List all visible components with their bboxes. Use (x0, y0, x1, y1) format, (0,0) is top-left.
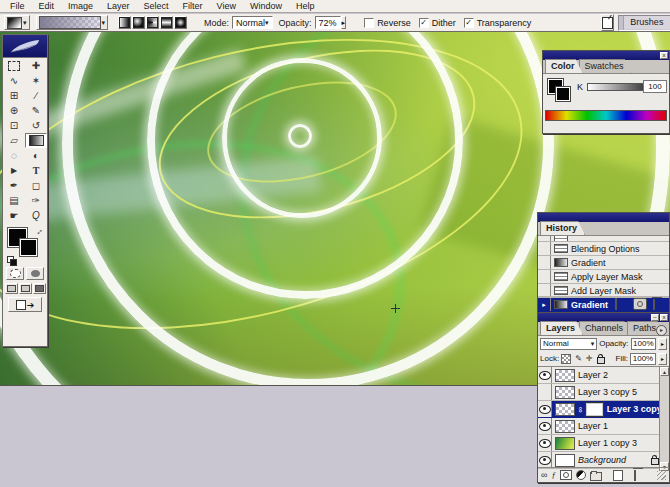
angle-gradient-button[interactable] (146, 16, 159, 29)
tool-magic-wand[interactable]: ✶ (25, 73, 47, 88)
diamond-gradient-button[interactable] (174, 16, 187, 29)
fullscreen-menubar-button[interactable] (19, 283, 32, 294)
tool-rectangular-marquee[interactable] (3, 58, 25, 73)
adobe-feather-logo[interactable] (3, 35, 47, 58)
link-mask-icon[interactable]: ∞ (576, 406, 585, 412)
gradient-picker[interactable]: ▾ (36, 15, 109, 30)
add-layer-style-button[interactable]: ƒ (551, 470, 556, 480)
menu-file[interactable]: File (4, 1, 31, 11)
visibility-toggle[interactable] (538, 367, 552, 383)
jump-to-imageready-button[interactable]: ➔ (8, 297, 42, 312)
swap-colors-icon[interactable]: ↔ (32, 224, 45, 237)
layer-thumbnail[interactable] (555, 454, 575, 467)
palette-menu-icon[interactable]: ▸ (656, 325, 667, 336)
minimize-icon[interactable]: – (651, 314, 659, 321)
tool-hand[interactable]: ☛ (3, 208, 25, 223)
lock-paint-icon[interactable]: ✎ (575, 354, 582, 363)
tool-blur[interactable]: ◌ (3, 148, 25, 163)
new-snapshot-button[interactable] (633, 298, 647, 310)
layer-row[interactable]: Layer 1 (538, 418, 669, 435)
layer-thumbnail[interactable] (555, 420, 575, 433)
scroll-up-icon[interactable]: ▲ (660, 367, 669, 376)
tab-swatches[interactable]: Swatches (579, 59, 632, 73)
history-source-column[interactable] (538, 242, 551, 255)
resize-grip[interactable] (657, 471, 666, 480)
layer-thumbnail[interactable] (555, 369, 575, 382)
menu-help[interactable]: Help (290, 1, 321, 11)
visibility-toggle[interactable] (538, 418, 552, 434)
history-item[interactable]: Blending Options (538, 242, 669, 256)
menu-filter[interactable]: Filter (177, 1, 209, 11)
lock-transparency-icon[interactable] (561, 354, 571, 364)
layer-mask-thumbnail[interactable] (586, 403, 603, 416)
layer-opacity-field[interactable]: 100% (631, 338, 657, 350)
visibility-toggle[interactable] (538, 384, 552, 400)
fill-slider-button[interactable]: ▸ (658, 353, 667, 365)
quick-mask-mode-button[interactable] (26, 267, 44, 280)
tool-move[interactable]: ✚ (25, 58, 47, 73)
layer-row[interactable]: Layer 1 copy 3 (538, 435, 669, 452)
menu-layer[interactable]: Layer (101, 1, 136, 11)
tab-layers[interactable]: Layers (540, 321, 583, 335)
tool-slice[interactable]: ∕ (25, 88, 47, 103)
new-layer-set-button[interactable] (590, 472, 602, 481)
layer-fill-field[interactable]: 100% (630, 353, 656, 365)
history-source-column[interactable] (538, 270, 551, 283)
tool-pen[interactable]: ✒ (3, 178, 25, 193)
tool-dodge[interactable]: ◐ (25, 148, 47, 163)
tool-gradient-selected[interactable] (25, 133, 47, 148)
opacity-slider-button[interactable]: ▸ (658, 338, 667, 350)
tool-brush[interactable]: ✎ (25, 103, 47, 118)
standard-mode-button[interactable] (6, 267, 24, 280)
color-spectrum-bar[interactable] (545, 110, 667, 121)
layer-row-selected[interactable]: ∞ Layer 3 copy (538, 401, 669, 418)
new-adjustment-layer-button[interactable] (576, 470, 586, 480)
history-item[interactable]: Gradient (538, 256, 669, 270)
tool-type[interactable]: T (25, 163, 47, 178)
tool-notes[interactable]: ▤ (3, 193, 25, 208)
layers-palette-titlebar[interactable]: – x (538, 313, 669, 322)
color-palette-titlebar[interactable]: x (543, 51, 669, 60)
lock-all-icon[interactable] (597, 357, 605, 364)
layer-row[interactable]: Layer 3 copy 5 (538, 384, 669, 401)
radial-gradient-button[interactable] (132, 16, 145, 29)
close-icon[interactable]: x (660, 52, 668, 59)
history-item[interactable]: Apply Layer Mask (538, 270, 669, 284)
fullscreen-button[interactable] (33, 283, 46, 294)
delete-state-button[interactable] (653, 299, 665, 309)
dither-checkbox[interactable]: ✓ Dither (419, 18, 456, 28)
new-document-from-state-button[interactable] (615, 299, 627, 309)
lock-position-icon[interactable]: ✛ (586, 354, 593, 363)
tool-clone-stamp[interactable]: ⊡ (3, 118, 25, 133)
visibility-toggle[interactable] (538, 452, 552, 468)
menu-edit[interactable]: Edit (33, 1, 61, 11)
visibility-toggle[interactable] (538, 401, 552, 417)
menu-select[interactable]: Select (138, 1, 175, 11)
toggle-brushes-palette-button[interactable] (601, 14, 614, 31)
standard-screen-button[interactable] (5, 283, 18, 294)
linear-gradient-button[interactable] (118, 16, 131, 29)
background-color-swatch[interactable] (556, 87, 570, 101)
history-palette-titlebar[interactable] (538, 213, 669, 222)
tool-zoom[interactable]: Q (25, 208, 47, 223)
history-source-column[interactable] (538, 256, 551, 269)
link-icon[interactable]: ∞ (541, 470, 547, 480)
background-color-swatch[interactable] (20, 239, 37, 256)
layer-thumbnail[interactable] (555, 403, 575, 416)
tool-eraser[interactable]: ▱ (3, 133, 25, 148)
tab-history[interactable]: History (540, 221, 585, 235)
mode-select[interactable]: Normal ▾ (232, 16, 273, 29)
delete-layer-button[interactable] (634, 470, 646, 480)
tool-healing-brush[interactable]: ⊕ (3, 103, 25, 118)
menu-image[interactable]: Image (62, 1, 99, 11)
tool-lasso[interactable]: ∿ (3, 73, 25, 88)
tool-shape[interactable]: ◻ (25, 178, 47, 193)
tool-path-selection[interactable]: ▶ (3, 163, 25, 178)
menu-window[interactable]: Window (244, 1, 288, 11)
layers-scrollbar[interactable]: ▲ ▼ (659, 367, 669, 471)
tool-crop[interactable]: ⊞ (3, 88, 25, 103)
opacity-input[interactable]: 72% (315, 16, 341, 29)
reverse-checkbox[interactable]: Reverse (364, 18, 411, 28)
tab-color[interactable]: Color (545, 59, 583, 73)
default-colors-icon[interactable] (7, 256, 16, 264)
